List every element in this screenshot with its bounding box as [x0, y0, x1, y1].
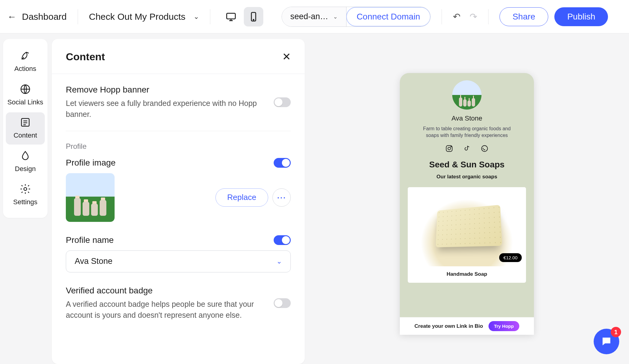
topbar: ← Dashboard Check Out My Products ⌄ seed… [0, 0, 629, 33]
divider [210, 9, 210, 24]
mobile-icon [248, 12, 259, 22]
chevron-down-icon: ⌄ [194, 13, 199, 21]
droplet-icon [20, 150, 31, 162]
rail-item-social-links[interactable]: Social Links [6, 79, 45, 111]
rail-label: Actions [14, 65, 36, 73]
back-to-dashboard[interactable]: ← Dashboard [7, 12, 67, 22]
remove-banner-title: Remove Hopp banner [66, 85, 266, 95]
svg-point-5 [24, 187, 27, 191]
undo-button[interactable]: ↶ [453, 11, 460, 22]
svg-rect-0 [226, 13, 235, 19]
rail-item-actions[interactable]: Actions [6, 46, 45, 78]
preview-product-card: €12.00 Handmade Soap [408, 187, 526, 283]
panel-header: Content ✕ [52, 39, 305, 74]
preview-price-badge: €12.00 [499, 253, 522, 262]
content-icon [20, 117, 31, 128]
domain-dropdown[interactable]: seed-an… ⌄ [282, 7, 347, 26]
try-hopp-button[interactable]: Try Hopp [489, 321, 519, 331]
rail-label: Settings [13, 198, 37, 206]
profile-section-label: Profile [66, 142, 291, 151]
device-toggle [221, 7, 263, 26]
image-more-button[interactable]: ⋯ [272, 188, 291, 207]
profile-name-title: Profile name [66, 235, 114, 245]
profile-image-title: Profile image [66, 158, 115, 168]
preview-socials [445, 145, 489, 152]
divider [488, 9, 489, 24]
preview-tagline: Farm to table creating organic foods and… [418, 125, 516, 138]
verified-toggle[interactable] [274, 298, 291, 308]
rail-item-design[interactable]: Design [6, 146, 45, 178]
whatsapp-icon [481, 145, 489, 152]
chevron-down-icon: ⌄ [333, 13, 338, 20]
svg-point-8 [451, 146, 451, 147]
divider [442, 9, 442, 24]
profile-name-toggle[interactable] [274, 235, 291, 245]
replace-image-button[interactable]: Replace [215, 188, 268, 207]
intercom-launcher[interactable]: 1 [594, 329, 619, 354]
preview-profile-name: Ava Stone [451, 114, 482, 122]
preview-subheading: Our latest organic soaps [436, 174, 497, 180]
tiktok-icon [463, 145, 471, 152]
close-panel-button[interactable]: ✕ [282, 51, 291, 63]
rail-item-content[interactable]: Content [6, 112, 45, 145]
intercom-badge: 1 [611, 327, 621, 337]
publish-button[interactable]: Publish [554, 7, 608, 26]
divider [78, 9, 78, 24]
profile-name-value: Ava Stone [75, 257, 112, 266]
remove-banner-desc: Let viewers see a fully branded experien… [66, 98, 266, 120]
site-selector[interactable]: Check Out My Products ⌄ [89, 12, 199, 22]
desktop-device-button[interactable] [221, 7, 241, 26]
svg-point-9 [482, 145, 488, 152]
profile-image-toggle[interactable] [274, 158, 291, 168]
remove-banner-toggle[interactable] [274, 97, 291, 107]
preview-product-caption: Handmade Soap [446, 266, 487, 283]
back-label: Dashboard [22, 12, 67, 22]
desktop-icon [226, 12, 236, 22]
verified-desc: A verified account badge helps people be… [66, 299, 266, 321]
arrow-left-icon: ← [7, 12, 16, 22]
svg-point-7 [448, 147, 451, 150]
gear-icon [20, 183, 31, 195]
profile-image-thumbnail[interactable] [66, 173, 115, 222]
mobile-device-button[interactable] [244, 7, 263, 26]
rail-label: Social Links [7, 98, 43, 107]
content-panel: Content ✕ Remove Hopp banner Let viewers… [52, 39, 305, 364]
preview-heading: Seed & Sun Soaps [429, 160, 504, 170]
mobile-preview: Ava Stone Farm to table creating organic… [400, 73, 534, 335]
rail-label: Design [15, 165, 36, 173]
chat-icon [601, 336, 612, 347]
profile-name-select[interactable]: Ava Stone ⌄ [66, 250, 291, 272]
rail-item-settings[interactable]: Settings [6, 179, 45, 211]
left-rail: Actions Social Links Content Design Sett… [3, 39, 48, 218]
site-name: Check Out My Products [89, 12, 186, 22]
redo-button: ↷ [470, 11, 477, 22]
section-remove-banner: Remove Hopp banner Let viewers see a ful… [66, 74, 291, 131]
preview-avatar [452, 80, 482, 110]
section-profile: Profile Profile image Replace ⋯ [66, 131, 291, 332]
rail-label: Content [13, 131, 37, 140]
panel-body[interactable]: Remove Hopp banner Let viewers see a ful… [52, 74, 305, 364]
domain-text: seed-an… [290, 12, 329, 21]
hopp-banner: Create your own Link in Bio Try Hopp [400, 317, 534, 335]
instagram-icon [445, 145, 453, 152]
svg-point-2 [253, 19, 254, 20]
panel-title: Content [66, 51, 105, 63]
share-button[interactable]: Share [499, 7, 549, 26]
profile-image-row: Replace ⋯ [66, 173, 291, 222]
hopp-text: Create your own Link in Bio [414, 323, 483, 329]
domain-group: seed-an… ⌄ Connect Domain [282, 7, 431, 27]
soap-illustration [436, 205, 502, 247]
globe-icon [20, 83, 31, 95]
history-controls: ↶ ↷ [453, 11, 477, 22]
verified-title: Verified account badge [66, 286, 266, 296]
main: Actions Social Links Content Design Sett… [0, 33, 629, 364]
preview-product-image: €12.00 [408, 187, 526, 266]
rocket-icon [20, 50, 31, 61]
preview-area: Ava Stone Farm to table creating organic… [305, 33, 629, 364]
connect-domain-button[interactable]: Connect Domain [346, 7, 431, 26]
chevron-down-icon: ⌄ [276, 257, 282, 265]
